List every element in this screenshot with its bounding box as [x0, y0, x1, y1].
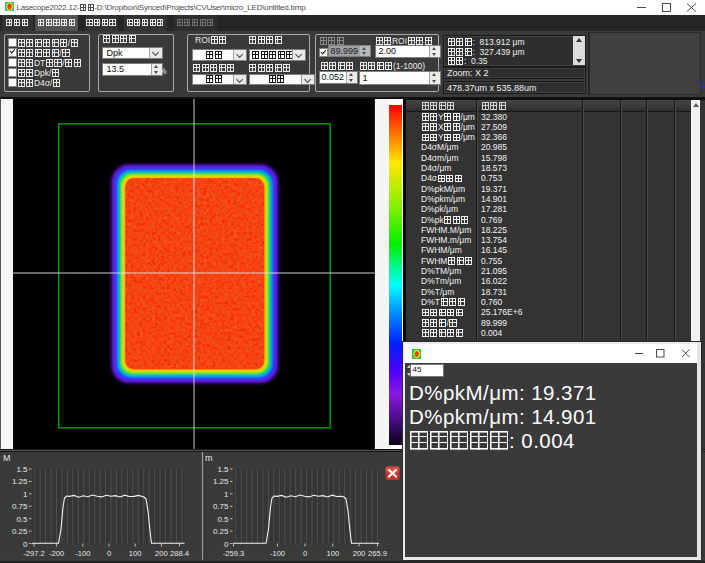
svg-text:1.5: 1.5 [217, 465, 229, 474]
svg-text:0.25: 0.25 [12, 527, 28, 536]
svg-text:0: 0 [107, 549, 111, 558]
svg-text:200: 200 [155, 549, 168, 558]
svg-text:-100: -100 [75, 549, 90, 558]
svg-text:100: 100 [129, 549, 142, 558]
svg-text:M: M [3, 453, 11, 463]
svg-text:m: m [205, 453, 213, 463]
svg-text:265.9: 265.9 [368, 549, 387, 558]
svg-text:0: 0 [23, 540, 28, 549]
svg-text:1.25: 1.25 [12, 477, 28, 486]
svg-text:-200: -200 [49, 549, 64, 558]
svg-text:-259.3: -259.3 [223, 549, 245, 558]
svg-text:288.4: 288.4 [170, 549, 189, 558]
svg-text:-297.2: -297.2 [23, 549, 45, 558]
svg-text:0.75: 0.75 [12, 502, 28, 511]
svg-text:0.25: 0.25 [213, 527, 229, 536]
svg-text:0: 0 [303, 549, 307, 558]
svg-text:200: 200 [353, 549, 366, 558]
svg-text:0.75: 0.75 [213, 502, 229, 511]
svg-text:1: 1 [23, 490, 28, 499]
svg-text:100: 100 [326, 549, 339, 558]
svg-text:1.25: 1.25 [213, 477, 229, 486]
svg-text:1: 1 [224, 490, 229, 499]
svg-text:1.5: 1.5 [16, 465, 28, 474]
svg-text:0.5: 0.5 [16, 515, 28, 524]
svg-text:0: 0 [224, 540, 229, 549]
svg-text:-100: -100 [270, 549, 285, 558]
svg-text:0.5: 0.5 [217, 515, 229, 524]
